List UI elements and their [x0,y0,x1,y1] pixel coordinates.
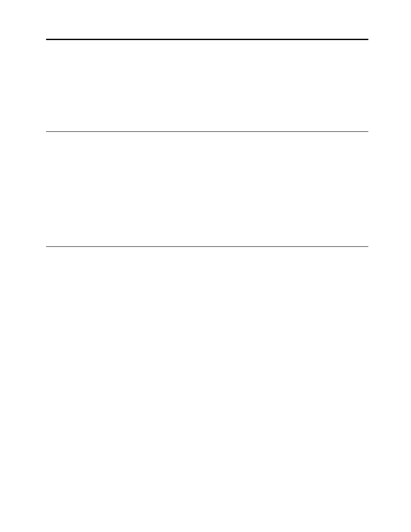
horizontal-rule-thick [46,39,368,40]
horizontal-rule-thin [46,246,368,247]
horizontal-rule-thin [46,131,368,132]
